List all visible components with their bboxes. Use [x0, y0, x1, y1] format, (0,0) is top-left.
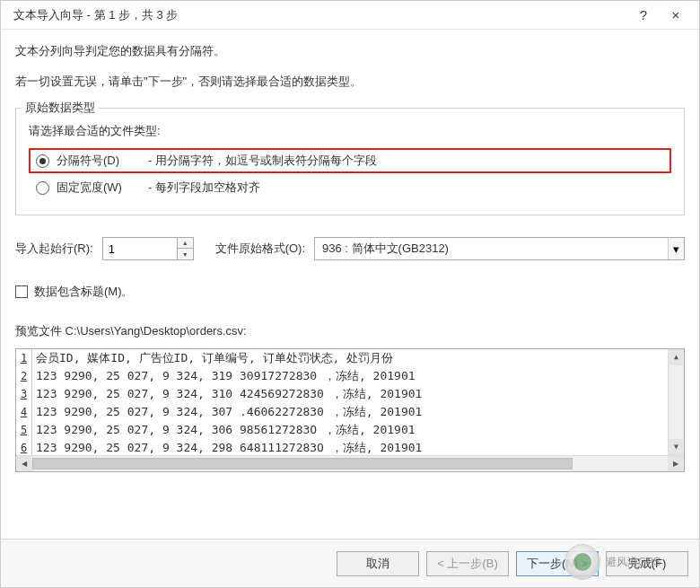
radio-delimited-desc: - 用分隔字符，如逗号或制表符分隔每个字段 [148, 153, 377, 169]
preview-box: 1会员ID, 媒体ID, 广告位ID, 订单编号, 订单处罚状态, 处罚月份21… [15, 348, 685, 472]
start-row-label: 导入起始行(R): [15, 241, 93, 257]
line-number: 1 [16, 349, 32, 367]
preview-vscrollbar[interactable]: ▲ ▼ [668, 349, 684, 455]
preview-label: 预览文件 C:\Users\Yang\Desktop\orders.csv: [15, 323, 685, 339]
spinner-down[interactable]: ▼ [178, 249, 193, 259]
intro-line-1: 文本分列向导判定您的数据具有分隔符。 [15, 42, 685, 60]
help-button[interactable]: ? [627, 3, 660, 28]
scroll-down-icon[interactable]: ▼ [669, 439, 684, 455]
back-button[interactable]: < 上一步(B) [426, 551, 509, 576]
next-button[interactable]: 下一步(N) > [516, 551, 599, 576]
fieldset-prompt: 请选择最合适的文件类型: [29, 123, 671, 139]
line-number: 2 [16, 367, 32, 385]
radio-fixed[interactable] [36, 181, 49, 195]
radio-fixed-row[interactable]: 固定宽度(W) - 每列字段加空格对齐 [29, 175, 671, 200]
line-text: 123 9290, 25 027, 9 324, 306 9856127283O… [32, 421, 416, 439]
radio-fixed-label: 固定宽度(W) [57, 180, 137, 196]
radio-fixed-desc: - 每列字段加空格对齐 [148, 180, 260, 196]
intro-line-2: 若一切设置无误，请单击"下一步"，否则请选择最合适的数据类型。 [15, 73, 685, 91]
line-text: 123 9290, 25 027, 9 324, 298 64811127283… [32, 439, 422, 455]
line-number: 4 [16, 403, 32, 421]
finish-button[interactable]: 完成(F) [606, 551, 688, 576]
has-header-label: 数据包含标题(M)。 [34, 284, 134, 300]
radio-delimited-row[interactable]: 分隔符号(D) - 用分隔字符，如逗号或制表符分隔每个字段 [29, 148, 671, 173]
preview-content: 1会员ID, 媒体ID, 广告位ID, 订单编号, 订单处罚状态, 处罚月份21… [16, 349, 684, 455]
start-row-spinner[interactable]: ▲ ▼ [102, 237, 194, 260]
preview-line: 4123 9290, 25 027, 9 324, 307 .460622728… [16, 403, 684, 421]
line-number: 6 [16, 439, 32, 455]
window-title: 文本导入向导 - 第 1 步，共 3 步 [8, 7, 627, 23]
spinner-up[interactable]: ▲ [178, 238, 193, 249]
start-row-input[interactable] [103, 238, 177, 259]
encoding-label: 文件原始格式(O): [215, 241, 305, 257]
titlebar: 文本导入向导 - 第 1 步，共 3 步 ? × [1, 1, 699, 30]
preview-line: 1会员ID, 媒体ID, 广告位ID, 订单编号, 订单处罚状态, 处罚月份 [16, 349, 684, 367]
line-number: 3 [16, 385, 32, 403]
scroll-right-icon[interactable]: ▶ [668, 456, 684, 471]
footer: 取消 < 上一步(B) 下一步(N) > 完成(F) 避风港GPS [1, 539, 699, 587]
scroll-up-icon[interactable]: ▲ [669, 349, 684, 365]
preview-hscrollbar[interactable]: ◀ ▶ [16, 455, 684, 471]
wizard-window: 文本导入向导 - 第 1 步，共 3 步 ? × 文本分列向导判定您的数据具有分… [0, 0, 700, 588]
preview-line: 3123 9290, 25 027, 9 324, 310 4245692728… [16, 385, 684, 403]
hscroll-thumb[interactable] [32, 458, 573, 470]
close-button[interactable]: × [660, 3, 692, 28]
content-area: 文本分列向导判定您的数据具有分隔符。 若一切设置无误，请单击"下一步"，否则请选… [1, 30, 699, 539]
line-text: 123 9290, 25 027, 9 324, 307 .4606227283… [32, 403, 422, 421]
encoding-value: 936 : 简体中文(GB2312) [322, 241, 668, 257]
line-text: 会员ID, 媒体ID, 广告位ID, 订单编号, 订单处罚状态, 处罚月份 [32, 349, 393, 367]
preview-line: 5123 9290, 25 027, 9 324, 306 9856127283… [16, 421, 684, 439]
encoding-select[interactable]: 936 : 简体中文(GB2312) ▾ [314, 237, 685, 260]
line-text: 123 9290, 25 027, 9 324, 310 42456927283… [32, 385, 422, 403]
data-type-fieldset: 原始数据类型 请选择最合适的文件类型: 分隔符号(D) - 用分隔字符，如逗号或… [15, 108, 685, 215]
has-header-checkbox[interactable] [15, 285, 28, 298]
radio-delimited[interactable] [36, 154, 49, 168]
scroll-left-icon[interactable]: ◀ [16, 456, 32, 471]
import-options-row: 导入起始行(R): ▲ ▼ 文件原始格式(O): 936 : 简体中文(GB23… [15, 237, 685, 260]
preview-line: 2123 9290, 25 027, 9 324, 319 3091727283… [16, 367, 684, 385]
chevron-down-icon: ▾ [668, 238, 684, 259]
fieldset-legend: 原始数据类型 [22, 100, 99, 116]
line-text: 123 9290, 25 027, 9 324, 319 30917272830… [32, 367, 416, 385]
radio-delimited-label: 分隔符号(D) [57, 153, 137, 169]
cancel-button[interactable]: 取消 [337, 551, 419, 576]
preview-line: 6123 9290, 25 027, 9 324, 298 6481112728… [16, 439, 684, 455]
has-header-row[interactable]: 数据包含标题(M)。 [15, 284, 685, 300]
line-number: 5 [16, 421, 32, 439]
